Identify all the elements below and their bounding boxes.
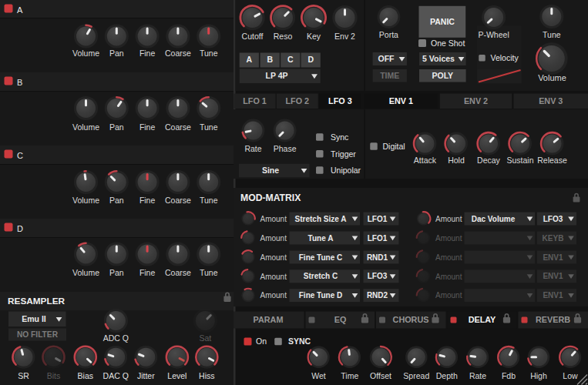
svg-text:Tune: Tune	[200, 268, 218, 277]
svg-text:Volume: Volume	[72, 49, 99, 58]
svg-text:A: A	[17, 5, 23, 15]
svg-text:LFO1: LFO1	[368, 215, 388, 223]
svg-text:Pan: Pan	[109, 122, 124, 132]
svg-text:Stretch Size A: Stretch Size A	[295, 215, 347, 223]
svg-text:Amount: Amount	[260, 273, 287, 281]
svg-text:Coarse: Coarse	[165, 122, 191, 132]
svg-text:Amount: Amount	[435, 215, 462, 223]
svg-text:High: High	[530, 371, 547, 380]
svg-text:CHORUS: CHORUS	[393, 315, 429, 324]
svg-text:LFO3: LFO3	[368, 272, 388, 280]
svg-text:ENV 2: ENV 2	[464, 96, 488, 105]
svg-text:Level: Level	[167, 371, 186, 380]
svg-text:Dac Volume: Dac Volume	[472, 215, 516, 223]
svg-text:Cutoff: Cutoff	[242, 32, 264, 41]
svg-text:Low: Low	[563, 371, 578, 380]
svg-text:C: C	[17, 151, 23, 160]
svg-text:On: On	[256, 336, 267, 346]
svg-text:LFO 3: LFO 3	[328, 96, 352, 105]
svg-text:Coarse: Coarse	[165, 196, 191, 205]
svg-text:Depth: Depth	[436, 371, 458, 380]
svg-text:Attack: Attack	[414, 156, 437, 165]
svg-text:Coarse: Coarse	[165, 49, 191, 58]
svg-text:Phase: Phase	[274, 144, 297, 153]
svg-text:Time: Time	[341, 371, 358, 380]
svg-text:P-Wheel: P-Wheel	[478, 30, 509, 39]
svg-text:Amount: Amount	[435, 291, 462, 300]
svg-text:Pan: Pan	[109, 196, 124, 205]
svg-text:Tune A: Tune A	[308, 234, 334, 243]
svg-text:Pan: Pan	[109, 49, 124, 58]
svg-text:Decay: Decay	[477, 156, 501, 165]
svg-text:Fdb: Fdb	[502, 371, 516, 380]
svg-text:Volume: Volume	[72, 122, 99, 132]
svg-text:D: D	[307, 55, 314, 64]
svg-text:Velocity: Velocity	[491, 53, 519, 62]
svg-text:Volume: Volume	[72, 196, 99, 205]
svg-text:Amount: Amount	[260, 253, 287, 262]
svg-text:Amount: Amount	[260, 291, 287, 300]
svg-text:Porta: Porta	[379, 30, 398, 39]
svg-text:ADC Q: ADC Q	[103, 333, 129, 343]
svg-text:Hold: Hold	[448, 156, 465, 165]
svg-text:Rate: Rate	[244, 144, 261, 153]
svg-text:Fine: Fine	[139, 196, 156, 205]
svg-text:PANIC: PANIC	[430, 17, 455, 26]
svg-text:Fine: Fine	[139, 49, 156, 58]
svg-text:One Shot: One Shot	[431, 38, 465, 48]
svg-text:POLY: POLY	[432, 71, 453, 80]
svg-text:SYNC: SYNC	[288, 336, 311, 346]
svg-text:REVERB: REVERB	[536, 315, 570, 324]
svg-text:OFF: OFF	[378, 54, 395, 63]
svg-text:LFO1: LFO1	[368, 234, 388, 243]
svg-text:Pan: Pan	[109, 268, 124, 277]
svg-text:RND2: RND2	[367, 291, 388, 300]
svg-text:Bits: Bits	[47, 371, 61, 380]
svg-text:Reso: Reso	[274, 32, 293, 41]
svg-text:Sync: Sync	[331, 132, 348, 142]
svg-text:Offset: Offset	[370, 371, 391, 380]
svg-text:ENV 1: ENV 1	[389, 96, 413, 105]
svg-text:ENV1: ENV1	[543, 291, 563, 300]
svg-text:Amount: Amount	[260, 215, 287, 223]
svg-text:Amount: Amount	[260, 234, 287, 243]
svg-text:Sustain: Sustain	[506, 156, 533, 165]
svg-text:MOD-MATRIX: MOD-MATRIX	[240, 192, 301, 203]
svg-text:Tune: Tune	[200, 49, 218, 58]
svg-text:Coarse: Coarse	[165, 268, 191, 277]
svg-text:LFO 1: LFO 1	[243, 96, 267, 105]
svg-text:Jitter: Jitter	[137, 371, 155, 380]
svg-text:TIME: TIME	[380, 71, 399, 80]
svg-text:Fine Tune C: Fine Tune C	[299, 253, 342, 262]
svg-text:Fine Tune D: Fine Tune D	[299, 291, 342, 300]
svg-text:Tune: Tune	[200, 122, 218, 132]
svg-text:D: D	[17, 224, 23, 233]
svg-text:5 Voices: 5 Voices	[422, 54, 455, 63]
svg-text:ENV1: ENV1	[543, 253, 563, 262]
svg-text:Fine: Fine	[139, 122, 156, 132]
svg-text:Tune: Tune	[543, 30, 561, 39]
svg-text:KEYB: KEYB	[543, 234, 564, 243]
svg-text:RND1: RND1	[367, 253, 388, 262]
svg-text:Spread: Spread	[403, 371, 429, 380]
svg-text:Sat: Sat	[199, 333, 211, 343]
svg-text:Sine: Sine	[262, 166, 279, 175]
svg-text:NO FILTER: NO FILTER	[17, 330, 59, 339]
svg-text:Hiss: Hiss	[199, 371, 214, 380]
svg-text:Digital: Digital	[383, 142, 405, 151]
svg-text:Fine: Fine	[139, 268, 156, 277]
svg-text:PARAM: PARAM	[254, 315, 284, 324]
svg-text:Volume: Volume	[538, 73, 566, 82]
svg-text:DELAY: DELAY	[469, 315, 496, 324]
svg-text:Amount: Amount	[435, 253, 462, 262]
svg-text:Bias: Bias	[78, 371, 93, 380]
svg-text:Amount: Amount	[435, 273, 462, 281]
svg-text:Unipolar: Unipolar	[331, 166, 361, 175]
svg-text:B: B	[17, 78, 22, 87]
svg-text:SR: SR	[18, 371, 29, 380]
svg-text:Stretch C: Stretch C	[304, 272, 338, 280]
svg-text:Wet: Wet	[311, 371, 326, 380]
svg-text:ENV1: ENV1	[543, 272, 563, 280]
svg-text:Volume: Volume	[72, 268, 99, 277]
svg-text:Env 2: Env 2	[334, 32, 355, 41]
